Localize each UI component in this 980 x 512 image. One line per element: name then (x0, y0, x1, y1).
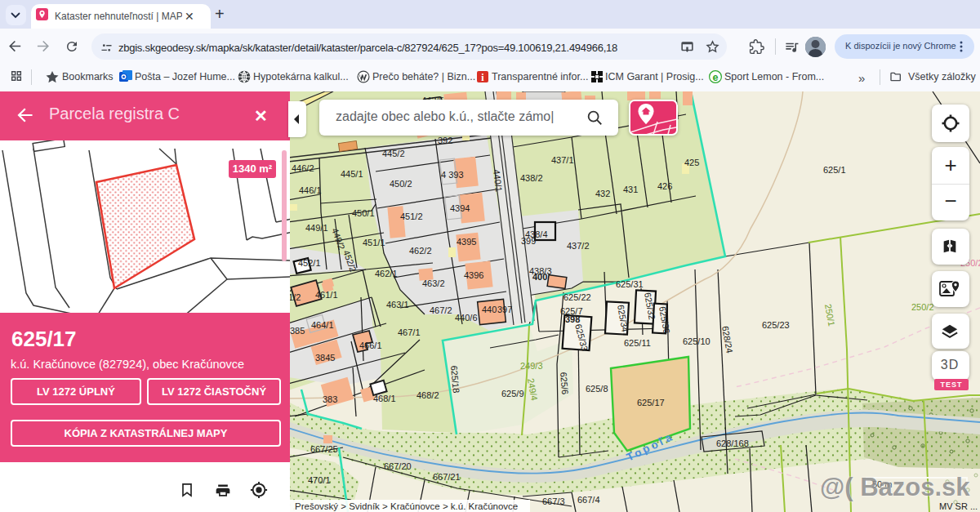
svg-text:625/11: 625/11 (624, 338, 651, 348)
svg-text:463/2: 463/2 (422, 278, 445, 288)
svg-text:667/4: 667/4 (577, 495, 600, 505)
svg-text:451/2: 451/2 (400, 211, 423, 221)
svg-text:449/1: 449/1 (305, 223, 328, 233)
svg-text:625/8: 625/8 (586, 384, 608, 394)
svg-text:249/3: 249/3 (520, 361, 543, 371)
svg-text:667/21: 667/21 (433, 472, 461, 482)
svg-text:625/6: 625/6 (559, 372, 570, 394)
svg-text:463/1: 463/1 (386, 300, 409, 309)
svg-text:667/3: 667/3 (542, 496, 565, 506)
svg-text:466/1: 466/1 (359, 341, 382, 350)
svg-text:437/2: 437/2 (567, 241, 590, 251)
svg-text:1/2: 1/2 (288, 292, 301, 302)
svg-text:628/168: 628/168 (716, 439, 749, 448)
svg-text:446/2: 446/2 (292, 163, 314, 173)
svg-text:468/2: 468/2 (416, 390, 439, 400)
svg-text:461/1: 461/1 (315, 290, 338, 300)
svg-text:462/1: 462/1 (375, 269, 398, 278)
svg-text:467/1: 467/1 (398, 327, 421, 337)
svg-text:3845: 3845 (315, 353, 335, 363)
svg-text:625/17: 625/17 (637, 398, 665, 407)
svg-text:392: 392 (438, 136, 452, 145)
svg-text:625/23: 625/23 (762, 320, 790, 330)
svg-text:462/2: 462/2 (409, 246, 432, 256)
svg-text:4396: 4396 (464, 270, 483, 280)
svg-text:432: 432 (595, 189, 610, 198)
svg-text:425: 425 (684, 158, 699, 167)
svg-text:400: 400 (532, 272, 547, 282)
svg-text:446/1: 446/1 (299, 185, 322, 195)
svg-text:385: 385 (290, 326, 305, 336)
svg-text:383: 383 (323, 394, 337, 404)
svg-text:250/2: 250/2 (911, 302, 934, 312)
svg-text:625/9: 625/9 (501, 389, 524, 398)
svg-text:450/1: 450/1 (352, 208, 375, 218)
svg-text:625/10: 625/10 (683, 336, 710, 346)
svg-text:397: 397 (497, 305, 512, 314)
svg-text:440/6: 440/6 (455, 313, 478, 323)
svg-text:450/2: 450/2 (390, 179, 412, 189)
svg-text:4 393: 4 393 (441, 170, 464, 180)
svg-text:452/1: 452/1 (298, 258, 321, 268)
svg-text:426: 426 (657, 181, 672, 191)
svg-text:399: 399 (521, 236, 536, 246)
svg-text:445/1: 445/1 (341, 169, 363, 179)
svg-text:445/2: 445/2 (382, 149, 405, 158)
svg-text:625/31: 625/31 (616, 279, 644, 289)
svg-text:4395: 4395 (457, 237, 476, 247)
svg-text:398: 398 (565, 314, 580, 324)
svg-text:438/2: 438/2 (520, 173, 543, 183)
svg-text:467/2: 467/2 (430, 305, 452, 315)
svg-text:468/1: 468/1 (373, 394, 396, 403)
svg-text:e: e (713, 72, 719, 83)
svg-text:667/25: 667/25 (310, 444, 338, 454)
svg-text:625/22: 625/22 (564, 292, 591, 302)
svg-text:437/1: 437/1 (551, 155, 574, 165)
svg-text:451/1: 451/1 (363, 238, 385, 247)
svg-text:440: 440 (482, 305, 497, 314)
svg-text:470/1: 470/1 (308, 475, 331, 485)
svg-text:4394: 4394 (450, 203, 470, 213)
svg-text:667/20: 667/20 (384, 461, 412, 471)
svg-text:431: 431 (623, 185, 638, 194)
svg-text:464/1: 464/1 (311, 320, 334, 330)
svg-text:625/1: 625/1 (823, 165, 846, 175)
